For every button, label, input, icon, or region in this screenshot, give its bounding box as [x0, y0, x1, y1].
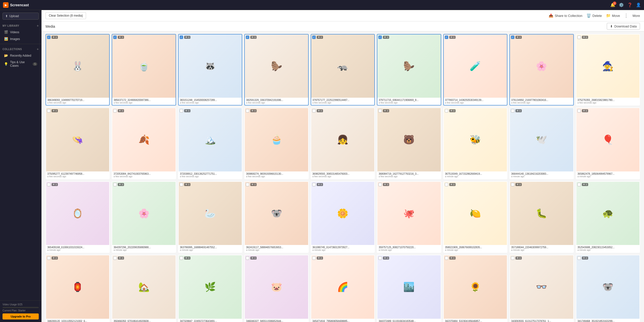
media-card[interactable]: 🐨 👁 0 362419117_588846576653653... a min…	[244, 181, 308, 253]
media-checkbox[interactable]	[312, 183, 316, 186]
thumb-icon: 🌈	[337, 282, 348, 292]
media-checkbox[interactable]	[47, 109, 51, 113]
media-card[interactable]: 🌸 👁 0 364397296_202209035880988... a min…	[112, 181, 176, 253]
media-card[interactable]: 🦢 👁 0 363786995_168884691487552... a min…	[178, 181, 242, 253]
media-card[interactable]: 🌸 ✓ 👁 0 376134950_216977801060416... a f…	[509, 34, 574, 105]
media-card[interactable]: 🦡 ✓ 👁 0 379757177_222522990514487... a f…	[311, 34, 375, 105]
media-checkbox[interactable]	[577, 109, 581, 113]
media-checkbox[interactable]	[577, 256, 581, 260]
media-checkbox[interactable]	[378, 183, 382, 186]
media-card[interactable]: 🐢 👁 0 352543688_208230115453052... a min…	[576, 181, 640, 253]
media-card[interactable]: 🌻 👁 0 342370484_532304195646857... a min…	[443, 255, 507, 322]
upload-button[interactable]: ⬆ Upload	[3, 13, 39, 20]
media-card[interactable]: 🧁 👁 0 369868274_983919396615130... a few…	[244, 108, 308, 179]
media-card[interactable]: 🦫 ✓ 👁 0 379711715_696441171906869_8... a…	[377, 34, 441, 105]
media-card[interactable]: 🐻 👁 0 368084719_162779127763216_3... a f…	[377, 108, 441, 179]
media-checkbox[interactable]	[180, 256, 183, 260]
media-checkbox[interactable]: ✓	[445, 35, 448, 39]
media-checkbox[interactable]: ✓	[312, 35, 316, 39]
media-card[interactable]: 🧪 ✓ 👁 0 377993714_1438250530349139... a …	[443, 34, 507, 105]
share-to-collection-button[interactable]: 📤 Share to Collection	[549, 13, 582, 18]
collections-add-button[interactable]: +	[37, 47, 39, 51]
download-data-button[interactable]: ⬇ Download Data	[607, 23, 640, 30]
media-checkbox[interactable]	[113, 183, 117, 186]
media-card[interactable]: 🦫 ✓ 👁 0 382591329_336370942191696... a f…	[244, 34, 308, 105]
media-checkbox[interactable]	[445, 109, 448, 113]
media-checkbox[interactable]	[511, 256, 514, 260]
media-checkbox[interactable]	[246, 109, 249, 113]
media-checkbox[interactable]	[378, 109, 382, 113]
media-card[interactable]: 🍵 ✓ 👁 0 385637172_324906820087386... a f…	[112, 34, 176, 105]
media-card[interactable]: 🏙️ 👁 0 344372489_611916634183548... a mi…	[377, 255, 441, 322]
delete-button[interactable]: 🗑️ Delete	[586, 13, 602, 18]
media-checkbox[interactable]	[180, 109, 183, 113]
media-checkbox[interactable]	[378, 256, 382, 260]
media-checkbox[interactable]	[246, 256, 249, 260]
media-overlay: 👁 0	[577, 183, 588, 186]
media-checkbox[interactable]	[445, 183, 448, 186]
media-card[interactable]: 🌼 👁 0 361080745_614736013973927... a min…	[311, 181, 375, 253]
media-checkbox[interactable]	[511, 183, 514, 186]
more-button[interactable]: ⋮	[624, 13, 628, 18]
media-card[interactable]: 🕊️ 👁 0 366444140_136184216203083... a mi…	[509, 108, 574, 179]
media-card[interactable]: 🦝 ✓ 👁 0 383151248_154500008257289... a f…	[178, 34, 242, 105]
media-name: 379757177_222522990514487...	[312, 99, 373, 101]
media-card[interactable]: 🐷 👁 0 346046327_945511596652644... a min…	[244, 255, 308, 322]
media-checkbox[interactable]	[312, 256, 316, 260]
media-checkbox[interactable]: ✓	[511, 35, 514, 39]
media-checkbox[interactable]: ✓	[180, 35, 183, 39]
media-card[interactable]: 🏮 👁 0 348269120_103110552121002_6... a m…	[46, 255, 110, 322]
media-card[interactable]: 🏡 👁 0 350466350_670186414920608... a min…	[112, 255, 176, 322]
media-name: 368084719_162779127763216_3...	[379, 172, 439, 175]
media-card[interactable]: 👒 👁 0 375095277_612397497746958... a few…	[46, 108, 110, 179]
my-library-add-button[interactable]: +	[37, 24, 39, 28]
media-checkbox[interactable]	[113, 109, 117, 113]
media-checkbox[interactable]	[113, 256, 117, 260]
clear-selection-button[interactable]: Clear Selection (8 media)	[46, 12, 86, 19]
media-checkbox[interactable]	[312, 109, 316, 113]
thumb-icon: 🌸	[138, 209, 150, 218]
media-card[interactable]: 👓 👁 0 343093555_613127517378761_1... a m…	[509, 255, 574, 322]
media-checkbox[interactable]	[246, 183, 249, 186]
media-card[interactable]: 🏔️ 👁 0 372038912_330136252771751... a fe…	[178, 108, 242, 179]
sidebar-item-recently-added[interactable]: 📂 Recently Added	[2, 52, 40, 59]
profile-button[interactable]: 👤	[636, 3, 641, 7]
media-card[interactable]: 👧 👁 0 369829593_306531465476003... a few…	[311, 108, 375, 179]
view-count: 0	[321, 36, 322, 39]
media-card[interactable]: 🎈 👁 0 365862478_185064994579967... a min…	[576, 108, 640, 179]
media-checkbox[interactable]: ✓	[47, 35, 51, 39]
thumb-icon: 🐢	[602, 209, 614, 218]
sidebar-item-images[interactable]: 🖼️ Images	[2, 36, 40, 42]
media-card[interactable]: 🌈 👁 0 345471816_795869058408885... a min…	[311, 255, 375, 322]
media-checkbox[interactable]	[445, 256, 448, 260]
media-checkbox[interactable]	[577, 35, 581, 39]
media-card[interactable]: 🐨 👁 0 341749468_351921853163299... a min…	[576, 255, 640, 322]
media-card[interactable]: 🍂 👁 0 372053084_842741003765963... a few…	[112, 108, 176, 179]
move-button[interactable]: 📁 Move	[606, 13, 620, 18]
help-button[interactable]: ❓	[627, 3, 632, 7]
media-thumbnail: 🦡 ✓ 👁 0	[311, 34, 374, 98]
media-card[interactable]: 🍋 👁 0 358021909_268676699102835... a min…	[443, 181, 507, 253]
media-checkbox[interactable]	[180, 183, 183, 186]
media-checkbox[interactable]: ✓	[113, 35, 117, 39]
sidebar-item-tips[interactable]: 💡 Tips & Use Cases 5	[2, 59, 40, 69]
media-card[interactable]: 🪞 👁 0 365409168_610061031015024... a min…	[46, 181, 110, 253]
media-checkbox[interactable]: ✓	[378, 35, 382, 39]
media-time: a few seconds ago	[180, 175, 240, 178]
upgrade-button[interactable]: Upgrade to Pro	[3, 313, 39, 319]
media-checkbox[interactable]	[47, 183, 51, 186]
media-checkbox[interactable]	[511, 109, 514, 113]
eye-icon: 👁	[119, 110, 121, 112]
sidebar-item-videos[interactable]: 🎬 Videos	[2, 29, 40, 35]
media-card[interactable]: 🐙 👁 0 359757125_808271070750220... a min…	[377, 181, 441, 253]
settings-button[interactable]: ⚙️	[619, 3, 624, 7]
media-checkbox[interactable]	[47, 256, 51, 260]
media-card[interactable]: 🐛 👁 0 357188044_220463099972759... a min…	[509, 181, 574, 253]
media-card[interactable]: 🐰 ✓ 👁 0 386349093_104999770270719... a f…	[46, 34, 110, 105]
notifications-button[interactable]: 🔔 1	[610, 3, 615, 7]
media-card[interactable]: 🌿 👁 0 347328847_224557273643491... a min…	[178, 255, 242, 322]
media-checkbox[interactable]	[577, 183, 581, 186]
media-card[interactable]: 🧙 👁 0 375276355_268015823881780... a few…	[576, 34, 640, 105]
media-card[interactable]: 🐝 👁 0 367519349_167152862669419... a min…	[443, 108, 507, 179]
media-checkbox[interactable]: ✓	[246, 35, 249, 39]
